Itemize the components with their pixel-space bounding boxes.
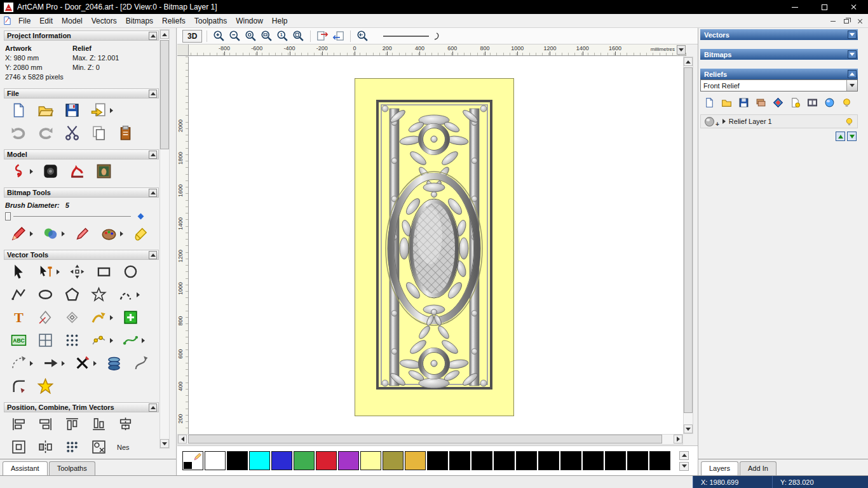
redo-icon[interactable]	[36, 124, 55, 143]
palette-swatch[interactable]	[649, 451, 670, 470]
canvas-horizontal-scrollbar[interactable]	[177, 434, 683, 445]
palette-swatch[interactable]	[583, 451, 604, 470]
toggle-vector-icon[interactable]	[331, 29, 346, 43]
colour-palette-icon[interactable]	[99, 224, 118, 243]
tab-toolpaths[interactable]: Toolpaths	[49, 461, 95, 475]
flyout-arrow-icon[interactable]	[62, 361, 65, 366]
palette-swatch[interactable]	[205, 451, 226, 470]
menu-window[interactable]: Window	[231, 15, 268, 27]
palette-swatch[interactable]	[427, 451, 448, 470]
collapse-section-button[interactable]	[149, 32, 157, 40]
layer-visibility-bulb-icon[interactable]	[844, 117, 854, 126]
flyout-arrow-icon[interactable]	[30, 361, 33, 366]
measure-icon[interactable]	[36, 308, 55, 327]
bitmaps-section-header[interactable]: Bitmaps	[700, 49, 858, 60]
create-ellipse-icon[interactable]	[36, 285, 55, 304]
undo-icon[interactable]	[9, 124, 28, 143]
tab-assistant[interactable]: Assistant	[3, 461, 48, 475]
menu-help[interactable]: Help	[268, 15, 292, 27]
flyout-arrow-icon[interactable]	[120, 231, 123, 236]
combobox-dropdown-button[interactable]	[846, 80, 857, 91]
menu-edit[interactable]: Edit	[35, 15, 57, 27]
film-strip-icon[interactable]	[807, 97, 818, 109]
palette-swatch[interactable]	[294, 451, 315, 470]
collapse-section-button[interactable]	[149, 90, 157, 98]
scroll-thumb[interactable]	[188, 435, 662, 444]
canvas-2d-view[interactable]	[189, 57, 683, 434]
mirror-vectors-icon[interactable]	[36, 438, 55, 457]
open-model-icon[interactable]	[36, 101, 55, 120]
create-star-icon[interactable]	[89, 285, 108, 304]
zoom-previous-icon[interactable]	[355, 29, 370, 43]
mdi-restore-button[interactable]	[841, 16, 851, 26]
palette-swatch[interactable]	[449, 451, 470, 470]
load-image-icon[interactable]	[94, 162, 113, 181]
expand-bitmaps-button[interactable]	[848, 50, 857, 58]
maximize-button[interactable]	[810, 0, 839, 14]
snip-vector-icon[interactable]	[89, 308, 108, 327]
primary-secondary-colour-swatch[interactable]	[182, 451, 203, 470]
align-centre-icon[interactable]	[116, 415, 135, 434]
flyout-arrow-icon[interactable]	[30, 231, 33, 236]
scroll-thumb[interactable]	[160, 40, 169, 149]
new-relief-icon[interactable]	[704, 97, 715, 109]
block-array-icon[interactable]	[62, 438, 81, 457]
collapse-section-button[interactable]	[149, 403, 157, 412]
palette-swatch[interactable]	[605, 451, 626, 470]
menu-toolpaths[interactable]: Toolpaths	[190, 15, 231, 27]
collapse-section-button[interactable]	[149, 189, 157, 197]
vectors-section-header[interactable]: Vectors	[700, 29, 858, 40]
minimize-button[interactable]	[780, 0, 810, 14]
scroll-left-button[interactable]	[178, 435, 187, 444]
greyscale-preview-icon[interactable]	[41, 162, 60, 181]
move-layer-up-button[interactable]	[836, 132, 845, 141]
paste-icon[interactable]	[89, 124, 108, 143]
save-model-icon[interactable]	[62, 101, 81, 120]
align-right-icon[interactable]	[36, 415, 55, 434]
paint-icon[interactable]	[9, 224, 28, 243]
sphere-icon[interactable]	[824, 97, 836, 109]
fit-curve-icon[interactable]	[121, 331, 140, 350]
text-block-icon[interactable]: ABC	[9, 331, 28, 350]
import-model-icon[interactable]	[89, 101, 108, 120]
scroll-thumb[interactable]	[684, 67, 693, 413]
bulb-icon[interactable]	[841, 97, 853, 109]
scroll-down-button[interactable]	[160, 439, 169, 448]
vector-doctor-icon[interactable]	[131, 354, 150, 373]
trim-vectors-icon[interactable]	[72, 354, 92, 373]
tab-layers[interactable]: Layers	[701, 461, 738, 475]
draw-icon[interactable]	[72, 224, 92, 243]
ruler-units-dropdown[interactable]	[677, 45, 686, 55]
scroll-down-button[interactable]	[684, 424, 693, 433]
zoom-page-icon[interactable]	[291, 29, 306, 43]
palette-swatch[interactable]	[227, 451, 248, 470]
align-bottom-icon[interactable]	[89, 415, 108, 434]
align-left-icon[interactable]	[9, 415, 28, 434]
collapse-reliefs-button[interactable]	[848, 70, 857, 78]
palette-swatch[interactable]	[471, 451, 492, 470]
zoom-1to1-icon[interactable]: 1	[275, 29, 290, 43]
palette-swatch[interactable]	[316, 451, 337, 470]
palette-swatch[interactable]	[494, 451, 515, 470]
menu-file[interactable]: File	[14, 15, 35, 27]
nest-vectors-icon[interactable]	[89, 438, 108, 457]
zoom-in-icon[interactable]	[212, 29, 226, 43]
palette-swatch[interactable]	[338, 451, 359, 470]
tab-add-in[interactable]: Add In	[740, 461, 776, 475]
mdi-close-button[interactable]	[855, 16, 865, 26]
relief-selector-combobox[interactable]: Front Relief	[700, 79, 858, 92]
flyout-arrow-icon[interactable]	[110, 315, 113, 320]
centre-in-page-icon[interactable]	[9, 438, 28, 457]
palette-swatch[interactable]	[405, 451, 426, 470]
shape-editor-icon[interactable]	[773, 97, 784, 109]
flyout-arrow-icon[interactable]	[93, 361, 97, 366]
palette-swatch[interactable]	[383, 451, 403, 470]
relief-clipart-icon[interactable]	[67, 162, 86, 181]
reliefs-section-header[interactable]: Reliefs	[700, 69, 858, 79]
notes-icon[interactable]	[116, 124, 135, 143]
flyout-arrow-icon[interactable]	[110, 108, 113, 113]
block-array-copy-icon[interactable]	[62, 331, 81, 350]
slider-handle[interactable]	[5, 212, 11, 220]
palette-scroll-down-button[interactable]	[679, 462, 689, 471]
scroll-right-button[interactable]	[674, 435, 682, 444]
